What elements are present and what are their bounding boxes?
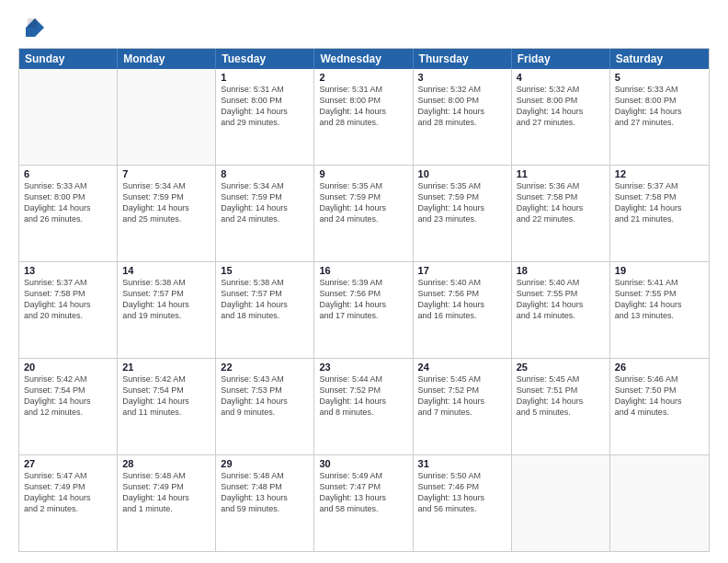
day-cell-10: 10Sunrise: 5:35 AM Sunset: 7:59 PM Dayli…: [414, 166, 512, 261]
day-cell-26: 26Sunrise: 5:46 AM Sunset: 7:50 PM Dayli…: [610, 359, 709, 454]
day-cell-9: 9Sunrise: 5:35 AM Sunset: 7:59 PM Daylig…: [314, 166, 413, 261]
day-number: 12: [615, 168, 704, 179]
day-number: 10: [418, 168, 506, 179]
empty-cell: [19, 69, 118, 165]
header-day-friday: Friday: [512, 49, 610, 69]
day-info: Sunrise: 5:47 AM Sunset: 7:49 PM Dayligh…: [24, 470, 112, 515]
day-number: 18: [517, 265, 605, 276]
day-info: Sunrise: 5:32 AM Sunset: 8:00 PM Dayligh…: [517, 84, 605, 129]
day-cell-14: 14Sunrise: 5:38 AM Sunset: 7:57 PM Dayli…: [118, 262, 216, 358]
day-cell-3: 3Sunrise: 5:32 AM Sunset: 8:00 PM Daylig…: [414, 69, 512, 165]
day-info: Sunrise: 5:42 AM Sunset: 7:54 PM Dayligh…: [24, 373, 112, 419]
day-info: Sunrise: 5:37 AM Sunset: 7:58 PM Dayligh…: [24, 277, 112, 322]
day-info: Sunrise: 5:31 AM Sunset: 8:00 PM Dayligh…: [319, 84, 407, 129]
day-info: Sunrise: 5:33 AM Sunset: 8:00 PM Dayligh…: [615, 84, 704, 129]
day-cell-22: 22Sunrise: 5:43 AM Sunset: 7:53 PM Dayli…: [216, 359, 314, 454]
header-day-monday: Monday: [118, 49, 216, 69]
day-number: 8: [221, 168, 309, 179]
day-number: 14: [122, 265, 210, 276]
day-cell-7: 7Sunrise: 5:34 AM Sunset: 7:59 PM Daylig…: [118, 166, 216, 261]
day-cell-31: 31Sunrise: 5:50 AM Sunset: 7:46 PM Dayli…: [414, 455, 512, 551]
calendar-body: 1Sunrise: 5:31 AM Sunset: 8:00 PM Daylig…: [19, 69, 709, 551]
calendar-week-3: 13Sunrise: 5:37 AM Sunset: 7:58 PM Dayli…: [19, 262, 709, 359]
day-cell-6: 6Sunrise: 5:33 AM Sunset: 8:00 PM Daylig…: [19, 166, 118, 261]
day-info: Sunrise: 5:34 AM Sunset: 7:59 PM Dayligh…: [122, 180, 210, 225]
svg-marker-1: [28, 18, 37, 28]
empty-cell: [118, 69, 216, 165]
header-day-sunday: Sunday: [19, 49, 118, 69]
day-number: 1: [221, 72, 309, 83]
logo-icon: [18, 15, 44, 40]
day-info: Sunrise: 5:35 AM Sunset: 7:59 PM Dayligh…: [418, 180, 506, 225]
day-cell-8: 8Sunrise: 5:34 AM Sunset: 7:59 PM Daylig…: [216, 166, 314, 261]
day-info: Sunrise: 5:48 AM Sunset: 7:48 PM Dayligh…: [221, 470, 309, 515]
day-info: Sunrise: 5:37 AM Sunset: 7:58 PM Dayligh…: [615, 180, 704, 225]
page: SundayMondayTuesdayWednesdayThursdayFrid…: [0, 0, 728, 563]
day-info: Sunrise: 5:32 AM Sunset: 8:00 PM Dayligh…: [418, 84, 506, 129]
day-info: Sunrise: 5:45 AM Sunset: 7:51 PM Dayligh…: [517, 373, 605, 419]
header: [18, 15, 710, 40]
day-number: 27: [24, 458, 112, 469]
day-cell-4: 4Sunrise: 5:32 AM Sunset: 8:00 PM Daylig…: [512, 69, 610, 165]
calendar-week-4: 20Sunrise: 5:42 AM Sunset: 7:54 PM Dayli…: [19, 359, 709, 455]
day-number: 2: [319, 72, 407, 83]
day-number: 21: [122, 362, 210, 373]
day-info: Sunrise: 5:50 AM Sunset: 7:46 PM Dayligh…: [418, 470, 506, 515]
day-info: Sunrise: 5:41 AM Sunset: 7:55 PM Dayligh…: [615, 277, 704, 322]
day-number: 6: [24, 168, 112, 179]
day-number: 26: [615, 362, 704, 373]
day-cell-17: 17Sunrise: 5:40 AM Sunset: 7:56 PM Dayli…: [414, 262, 512, 358]
calendar-week-2: 6Sunrise: 5:33 AM Sunset: 8:00 PM Daylig…: [19, 166, 709, 262]
day-info: Sunrise: 5:39 AM Sunset: 7:56 PM Dayligh…: [319, 277, 407, 322]
day-cell-21: 21Sunrise: 5:42 AM Sunset: 7:54 PM Dayli…: [118, 359, 216, 454]
day-cell-16: 16Sunrise: 5:39 AM Sunset: 7:56 PM Dayli…: [314, 262, 413, 358]
header-day-thursday: Thursday: [414, 49, 512, 69]
day-info: Sunrise: 5:42 AM Sunset: 7:54 PM Dayligh…: [122, 373, 210, 419]
day-info: Sunrise: 5:45 AM Sunset: 7:52 PM Dayligh…: [418, 373, 506, 419]
day-number: 4: [517, 72, 605, 83]
day-cell-28: 28Sunrise: 5:48 AM Sunset: 7:49 PM Dayli…: [118, 455, 216, 551]
day-cell-1: 1Sunrise: 5:31 AM Sunset: 8:00 PM Daylig…: [216, 69, 314, 165]
day-number: 19: [615, 265, 704, 276]
day-cell-29: 29Sunrise: 5:48 AM Sunset: 7:48 PM Dayli…: [216, 455, 314, 551]
day-number: 17: [418, 265, 506, 276]
day-info: Sunrise: 5:34 AM Sunset: 7:59 PM Dayligh…: [221, 180, 309, 225]
header-day-saturday: Saturday: [610, 49, 709, 69]
day-info: Sunrise: 5:33 AM Sunset: 8:00 PM Dayligh…: [24, 180, 112, 225]
day-number: 22: [221, 362, 309, 373]
day-number: 9: [319, 168, 407, 179]
day-number: 15: [221, 265, 309, 276]
day-number: 30: [319, 458, 407, 469]
day-number: 28: [122, 458, 210, 469]
day-info: Sunrise: 5:49 AM Sunset: 7:47 PM Dayligh…: [319, 470, 407, 515]
day-info: Sunrise: 5:35 AM Sunset: 7:59 PM Dayligh…: [319, 180, 407, 225]
header-day-wednesday: Wednesday: [314, 49, 413, 69]
day-cell-2: 2Sunrise: 5:31 AM Sunset: 8:00 PM Daylig…: [314, 69, 413, 165]
day-cell-11: 11Sunrise: 5:36 AM Sunset: 7:58 PM Dayli…: [512, 166, 610, 261]
day-cell-20: 20Sunrise: 5:42 AM Sunset: 7:54 PM Dayli…: [19, 359, 118, 454]
day-number: 16: [319, 265, 407, 276]
day-cell-25: 25Sunrise: 5:45 AM Sunset: 7:51 PM Dayli…: [512, 359, 610, 454]
day-cell-23: 23Sunrise: 5:44 AM Sunset: 7:52 PM Dayli…: [314, 359, 413, 454]
empty-cell: [610, 455, 709, 551]
day-number: 13: [24, 265, 112, 276]
day-cell-30: 30Sunrise: 5:49 AM Sunset: 7:47 PM Dayli…: [314, 455, 413, 551]
day-info: Sunrise: 5:31 AM Sunset: 8:00 PM Dayligh…: [221, 84, 309, 129]
day-info: Sunrise: 5:40 AM Sunset: 7:55 PM Dayligh…: [517, 277, 605, 322]
day-cell-15: 15Sunrise: 5:38 AM Sunset: 7:57 PM Dayli…: [216, 262, 314, 358]
day-number: 25: [517, 362, 605, 373]
day-number: 23: [319, 362, 407, 373]
day-info: Sunrise: 5:38 AM Sunset: 7:57 PM Dayligh…: [122, 277, 210, 322]
calendar: SundayMondayTuesdayWednesdayThursdayFrid…: [18, 48, 710, 552]
logo: [18, 15, 48, 40]
header-day-tuesday: Tuesday: [216, 49, 314, 69]
day-cell-18: 18Sunrise: 5:40 AM Sunset: 7:55 PM Dayli…: [512, 262, 610, 358]
day-number: 20: [24, 362, 112, 373]
day-number: 7: [122, 168, 210, 179]
day-number: 29: [221, 458, 309, 469]
day-cell-5: 5Sunrise: 5:33 AM Sunset: 8:00 PM Daylig…: [610, 69, 709, 165]
day-cell-19: 19Sunrise: 5:41 AM Sunset: 7:55 PM Dayli…: [610, 262, 709, 358]
day-number: 11: [517, 168, 605, 179]
day-cell-12: 12Sunrise: 5:37 AM Sunset: 7:58 PM Dayli…: [610, 166, 709, 261]
day-info: Sunrise: 5:46 AM Sunset: 7:50 PM Dayligh…: [615, 373, 704, 419]
